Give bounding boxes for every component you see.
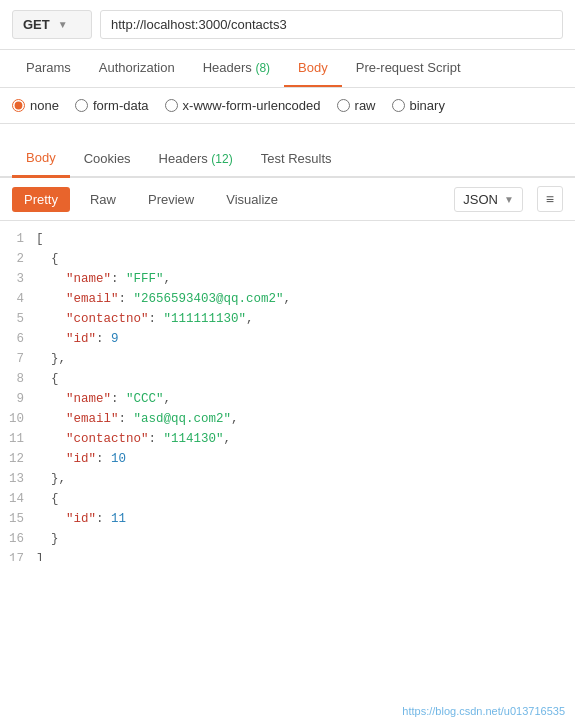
radio-none[interactable]: none	[12, 98, 59, 113]
line-number: 6	[0, 329, 36, 349]
fmt-preview[interactable]: Preview	[136, 187, 206, 212]
spacer	[0, 124, 575, 140]
line-content: {	[36, 249, 575, 269]
line-number: 14	[0, 489, 36, 509]
code-line: 5 "contactno": "111111130",	[0, 309, 575, 329]
code-line: 13 },	[0, 469, 575, 489]
line-content: "id": 10	[36, 449, 575, 469]
line-content: "name": "FFF",	[36, 269, 575, 289]
method-label: GET	[23, 17, 50, 32]
tab-response-body[interactable]: Body	[12, 140, 70, 178]
watermark: https://blog.csdn.net/u013716535	[402, 705, 565, 717]
method-arrow-icon: ▼	[58, 19, 68, 30]
code-line: 11 "contactno": "114130",	[0, 429, 575, 449]
line-number: 8	[0, 369, 36, 389]
format-select[interactable]: JSON ▼	[454, 187, 523, 212]
line-number: 12	[0, 449, 36, 469]
line-content: [	[36, 229, 575, 249]
tab-pre-request[interactable]: Pre-request Script	[342, 50, 475, 87]
line-number: 1	[0, 229, 36, 249]
code-line: 15 "id": 11	[0, 509, 575, 529]
line-number: 17	[0, 549, 36, 561]
response-tabs: Body Cookies Headers (12) Test Results	[0, 140, 575, 178]
format-row: Pretty Raw Preview Visualize JSON ▼ ≡	[0, 178, 575, 221]
code-line: 6 "id": 9	[0, 329, 575, 349]
line-content: "contactno": "114130",	[36, 429, 575, 449]
tab-params[interactable]: Params	[12, 50, 85, 87]
line-content: },	[36, 349, 575, 369]
code-line: 8 {	[0, 369, 575, 389]
line-content: {	[36, 489, 575, 509]
wrap-button[interactable]: ≡	[537, 186, 563, 212]
line-number: 4	[0, 289, 36, 309]
url-input[interactable]	[100, 10, 563, 39]
url-bar: GET ▼	[0, 0, 575, 50]
tab-authorization[interactable]: Authorization	[85, 50, 189, 87]
fmt-raw[interactable]: Raw	[78, 187, 128, 212]
line-content: "email": "asd@qq.com2",	[36, 409, 575, 429]
method-dropdown[interactable]: GET ▼	[12, 10, 92, 39]
code-line: 17]	[0, 549, 575, 561]
line-number: 3	[0, 269, 36, 289]
tab-test-results[interactable]: Test Results	[247, 141, 346, 176]
fmt-visualize[interactable]: Visualize	[214, 187, 290, 212]
line-number: 16	[0, 529, 36, 549]
format-select-arrow-icon: ▼	[504, 194, 514, 205]
code-line: 7 },	[0, 349, 575, 369]
line-content: "contactno": "111111130",	[36, 309, 575, 329]
code-area[interactable]: 1[2 {3 "name": "FFF",4 "email": "2656593…	[0, 221, 575, 561]
format-select-label: JSON	[463, 192, 498, 207]
line-content: }	[36, 529, 575, 549]
radio-raw[interactable]: raw	[337, 98, 376, 113]
line-content: "id": 11	[36, 509, 575, 529]
line-content: {	[36, 369, 575, 389]
radio-binary[interactable]: binary	[392, 98, 445, 113]
code-line: 2 {	[0, 249, 575, 269]
code-line: 3 "name": "FFF",	[0, 269, 575, 289]
line-number: 5	[0, 309, 36, 329]
line-number: 2	[0, 249, 36, 269]
line-number: 15	[0, 509, 36, 529]
code-line: 16 }	[0, 529, 575, 549]
line-content: "name": "CCC",	[36, 389, 575, 409]
line-content: ]	[36, 549, 575, 561]
tab-headers-response[interactable]: Headers (12)	[145, 141, 247, 176]
code-line: 4 "email": "2656593403@qq.com2",	[0, 289, 575, 309]
code-line: 9 "name": "CCC",	[0, 389, 575, 409]
line-content: "id": 9	[36, 329, 575, 349]
line-content: "email": "2656593403@qq.com2",	[36, 289, 575, 309]
line-number: 13	[0, 469, 36, 489]
body-type-row: none form-data x-www-form-urlencoded raw…	[0, 88, 575, 124]
tab-cookies[interactable]: Cookies	[70, 141, 145, 176]
code-line: 14 {	[0, 489, 575, 509]
line-number: 7	[0, 349, 36, 369]
code-line: 1[	[0, 229, 575, 249]
code-line: 10 "email": "asd@qq.com2",	[0, 409, 575, 429]
line-number: 10	[0, 409, 36, 429]
request-tabs: Params Authorization Headers (8) Body Pr…	[0, 50, 575, 88]
line-number: 11	[0, 429, 36, 449]
line-content: },	[36, 469, 575, 489]
radio-urlencoded[interactable]: x-www-form-urlencoded	[165, 98, 321, 113]
tab-headers-request[interactable]: Headers (8)	[189, 50, 284, 87]
fmt-pretty[interactable]: Pretty	[12, 187, 70, 212]
tab-body[interactable]: Body	[284, 50, 342, 87]
line-number: 9	[0, 389, 36, 409]
radio-form-data[interactable]: form-data	[75, 98, 149, 113]
code-line: 12 "id": 10	[0, 449, 575, 469]
